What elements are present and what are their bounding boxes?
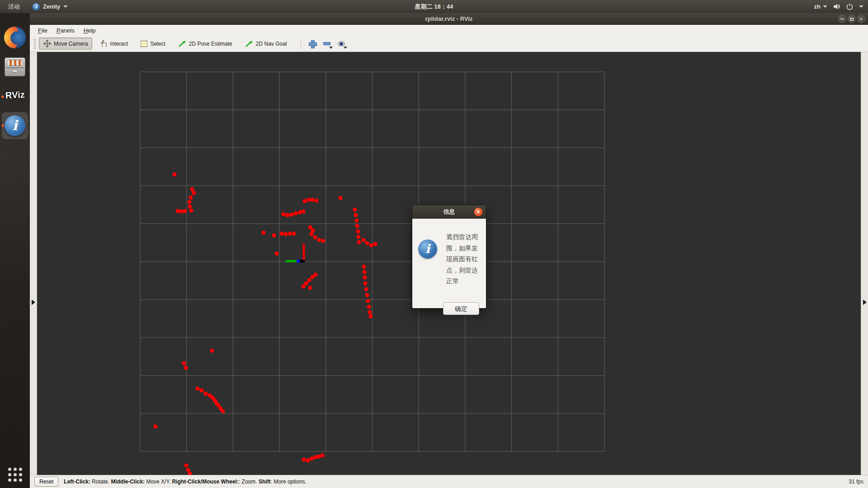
expand-left-panel-icon[interactable]	[32, 300, 35, 305]
message-line: 遮挡雷达周	[446, 231, 482, 243]
axis-marker	[286, 244, 305, 263]
title-bar[interactable]: rplidar.rviz - RViz ×	[30, 13, 868, 25]
status-bar: Reset Left-Click: Rotate. Middle-Click: …	[30, 475, 868, 488]
menu-file[interactable]: File	[34, 26, 51, 35]
top-bar: 活动 i Zenity 星期二 18：44 zh	[0, 0, 868, 13]
file-cabinet-icon	[5, 57, 25, 76]
volume-icon[interactable]	[833, 3, 840, 10]
minus-icon	[323, 42, 330, 45]
chevron-down-icon[interactable]	[859, 5, 863, 8]
dialog-close-button[interactable]: ×	[474, 207, 483, 216]
pose-estimate-tool-button[interactable]: 2D Pose Estimate	[174, 38, 237, 50]
left-panel-strip[interactable]	[30, 52, 37, 475]
firefox-icon	[4, 27, 26, 48]
info-icon: i	[418, 239, 437, 258]
info-icon: i	[5, 115, 25, 136]
info-dialog: 信息 × i 遮挡雷达周 围，如果发 现画面有红 点，则雷达 正常 确定	[412, 205, 486, 308]
chevron-down-icon	[329, 47, 333, 49]
show-applications-button[interactable]	[7, 466, 23, 483]
nav-goal-tool-button[interactable]: 2D Nav Goal	[241, 38, 292, 50]
menu-help[interactable]: Help	[80, 26, 99, 35]
minimize-button[interactable]	[838, 15, 846, 23]
toolbar-separator	[301, 38, 301, 49]
tool-label: Move Camera	[54, 41, 88, 47]
select-tool-button[interactable]: Select	[136, 38, 170, 49]
dock: RViz i	[0, 13, 30, 488]
toolbar-drag-handle[interactable]	[33, 38, 36, 49]
remove-tool-button[interactable]	[321, 38, 333, 50]
tool-label: 2D Pose Estimate	[189, 41, 232, 47]
message-line: 围，如果发	[446, 243, 482, 254]
fps-counter: 31 fps	[849, 479, 863, 485]
language-code: zh	[814, 3, 821, 10]
expand-right-panel-icon[interactable]	[863, 300, 867, 305]
language-indicator[interactable]: zh	[814, 3, 827, 10]
move-camera-tool-button[interactable]: Move Camera	[39, 38, 92, 50]
maximize-button[interactable]	[848, 15, 856, 23]
plus-icon	[309, 40, 316, 47]
dock-item-firefox[interactable]	[0, 27, 30, 48]
dialog-body: i 遮挡雷达周 围，如果发 现画面有红 点，则雷达 正常 确定	[412, 219, 486, 308]
pose-estimate-arrow-icon	[178, 40, 186, 47]
menu-bar: File Panels Help	[30, 25, 868, 36]
tool-label: Interact	[110, 41, 128, 47]
message-line: 点，则雷达	[446, 265, 482, 276]
window-title: rplidar.rviz - RViz	[425, 15, 472, 22]
nav-goal-arrow-icon	[245, 40, 253, 47]
message-line: 现画面有红	[446, 253, 482, 265]
tool-label: 2D Nav Goal	[256, 41, 287, 47]
reset-button[interactable]: Reset	[34, 477, 58, 487]
mouse-help-text: Left-Click: Rotate. Middle-Click: Move X…	[64, 479, 307, 485]
message-line: 正常	[446, 276, 482, 287]
dialog-title: 信息	[443, 208, 455, 215]
tool-bar: Move Camera Interact Select 2D Pose Esti…	[30, 36, 868, 52]
add-tool-button[interactable]	[307, 38, 318, 50]
dock-item-files[interactable]	[0, 57, 30, 76]
select-box-icon	[141, 41, 147, 47]
clock[interactable]: 星期二 18：44	[0, 0, 868, 13]
interact-tool-button[interactable]: Interact	[96, 38, 132, 50]
interact-hand-icon	[100, 40, 107, 47]
chevron-down-icon	[823, 5, 827, 8]
right-panel-strip[interactable]	[861, 52, 868, 475]
rviz-logo: RViz	[5, 89, 25, 101]
tool-label: Select	[150, 41, 165, 47]
move-camera-icon	[43, 40, 51, 47]
dialog-message: 遮挡雷达周 围，如果发 现画面有红 点，则雷达 正常	[446, 231, 482, 287]
dock-item-rviz[interactable]: RViz	[0, 90, 30, 100]
menu-panels[interactable]: Panels	[53, 26, 78, 35]
laser-scan-points	[154, 173, 377, 475]
ok-button[interactable]: 确定	[443, 302, 479, 315]
eye-icon	[338, 41, 345, 47]
tool-options-button[interactable]	[335, 38, 347, 50]
chevron-down-icon	[344, 47, 347, 49]
close-button[interactable]: ×	[857, 15, 865, 23]
dock-item-zenity-info[interactable]: i	[0, 115, 30, 136]
power-icon[interactable]	[846, 3, 854, 10]
dialog-title-bar[interactable]: 信息 ×	[412, 205, 486, 219]
